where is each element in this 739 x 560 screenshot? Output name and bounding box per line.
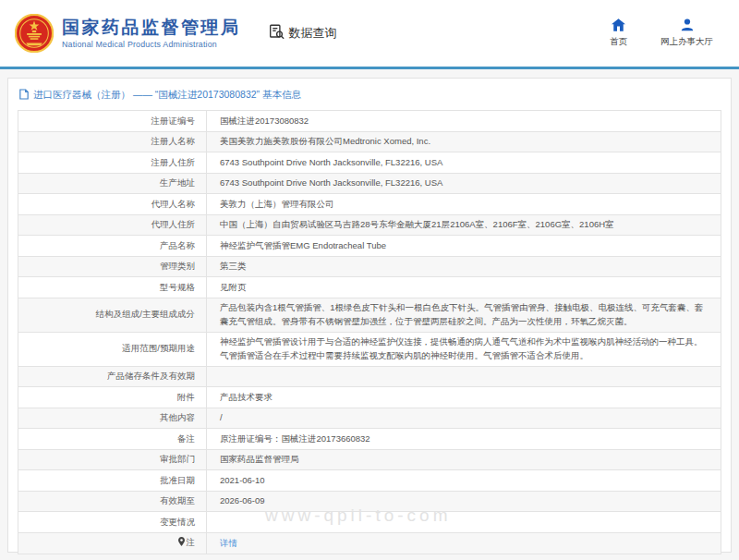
table-row: 注册证编号国械注进20173080832 [18, 111, 721, 132]
breadcrumb: 进口医疗器械（注册） —— “国械注进20173080832” 基本信息 [18, 84, 721, 110]
field-value: 第三类 [207, 256, 721, 277]
table-row: 生产地址6743 Southpoint Drive North Jacksonv… [18, 173, 721, 194]
field-value: 神经监护气管插管设计用于与合适的神经监护仪连接，提供畅通的病人通气气道和作为术中… [207, 332, 721, 366]
field-value: 2021-06-10 [207, 470, 721, 492]
table-row: 其他内容/ [18, 408, 721, 429]
field-label: 注 [18, 532, 207, 554]
field-value: 详情 [207, 532, 721, 554]
details-link[interactable]: 详情 [220, 538, 237, 548]
table-row: 有效期至2026-06-09 [18, 491, 721, 512]
field-label-text: 注 [187, 537, 196, 547]
field-value: 美敦力（上海）管理有限公司 [207, 194, 721, 215]
table-row: 变更情况 [18, 512, 721, 533]
nav-data-query-label: 数据查询 [289, 25, 337, 42]
national-emblem-icon [15, 14, 54, 53]
field-value: 2026-06-09 [207, 491, 721, 512]
nav-home[interactable]: 首页 [610, 18, 627, 48]
table-row: 适用范围/预期用途神经监护气管插管设计用于与合适的神经监护仪连接，提供畅通的病人… [18, 332, 721, 366]
table-row: 代理人住所中国（上海）自由贸易试验区马吉路28号东华金融大厦21层2106A室、… [18, 214, 721, 236]
home-icon [612, 18, 625, 33]
page-background: 进口医疗器械（注册） —— “国械注进20173080832” 基本信息 注册证… [0, 69, 739, 560]
table-row: 产品储存条件及有效期 [18, 366, 721, 387]
field-label: 产品储存条件及有效期 [18, 366, 207, 387]
info-table-body: 注册证编号国械注进20173080832注册人名称美国美敦力施美敦股份有限公司M… [18, 111, 721, 554]
field-value: / [207, 408, 721, 429]
table-row: 注册人住所6743 Southpoint Drive North Jackson… [18, 152, 721, 174]
field-label: 其他内容 [18, 408, 207, 429]
nav-home-label: 首页 [610, 36, 627, 48]
field-label: 备注 [18, 429, 207, 450]
field-label: 变更情况 [18, 512, 207, 533]
field-value [207, 512, 721, 533]
field-label: 结构及组成/主要组成成分 [18, 298, 207, 332]
nav-data-query[interactable]: 数据查询 [269, 24, 337, 43]
field-label: 管理类别 [18, 256, 207, 277]
table-row: 注册人名称美国美敦力施美敦股份有限公司Medtronic Xomed, Inc. [18, 131, 721, 152]
field-value: 原注册证编号：国械注进20173660832 [207, 429, 721, 450]
field-label: 产品名称 [18, 236, 207, 257]
field-value: 6743 Southpoint Drive North Jacksonville… [207, 173, 721, 194]
table-row: 结构及组成/主要组成成分产品包装内含1根气管插管、1根绿色皮下针头和一根白色皮下… [18, 298, 721, 332]
person-icon [681, 18, 694, 33]
brand: 国家药品监督管理局 National Medical Products Admi… [15, 14, 241, 53]
field-label: 批准日期 [18, 470, 207, 492]
site-title: 国家药品监督管理局 [62, 18, 241, 38]
field-label: 生产地址 [18, 173, 207, 194]
table-row: 附件产品技术要求 [18, 387, 721, 408]
field-label: 型号规格 [18, 277, 207, 298]
table-row: 注详情 [18, 532, 721, 554]
table-row: 代理人名称美敦力（上海）管理有限公司 [18, 194, 721, 215]
field-label: 注册人名称 [18, 131, 207, 152]
table-row: 管理类别第三类 [18, 256, 721, 277]
document-search-icon [269, 24, 285, 43]
field-label: 代理人名称 [18, 194, 207, 215]
field-value: 产品包装内含1根气管插管、1根绿色皮下针头和一根白色皮下针头。气管插管由管身、接… [207, 298, 721, 332]
field-value: 国家药品监督管理局 [207, 449, 721, 470]
field-label: 附件 [18, 387, 207, 408]
field-value: 见附页 [207, 277, 721, 298]
field-label: 审批部门 [18, 449, 207, 470]
pin-icon [178, 537, 185, 551]
site-header: 国家药品监督管理局 National Medical Products Admi… [0, 0, 739, 67]
table-row: 审批部门国家药品监督管理局 [18, 449, 721, 470]
field-value: 6743 Southpoint Drive North Jacksonville… [207, 152, 721, 174]
field-label: 适用范围/预期用途 [18, 332, 207, 366]
field-label: 有效期至 [18, 491, 207, 512]
info-table: 注册证编号国械注进20173080832注册人名称美国美敦力施美敦股份有限公司M… [18, 110, 721, 554]
table-row: 产品名称神经监护气管插管EMG Endotracheal Tube [18, 236, 721, 257]
field-value: 神经监护气管插管EMG Endotracheal Tube [207, 236, 721, 257]
field-value: 产品技术要求 [207, 387, 721, 408]
document-icon [19, 89, 29, 102]
site-subtitle: National Medical Products Administration [62, 40, 241, 49]
field-label: 注册证编号 [18, 111, 207, 132]
nav-service-hall-label: 网上办事大厅 [660, 36, 713, 48]
field-value: 美国美敦力施美敦股份有限公司Medtronic Xomed, Inc. [207, 131, 721, 152]
table-row: 备注原注册证编号：国械注进20173660832 [18, 429, 721, 450]
field-value [207, 366, 721, 387]
field-label: 代理人住所 [18, 214, 207, 236]
table-row: 型号规格见附页 [18, 277, 721, 298]
nav-service-hall[interactable]: 网上办事大厅 [660, 18, 713, 48]
table-row: 批准日期2021-06-10 [18, 470, 721, 492]
field-value: 中国（上海）自由贸易试验区马吉路28号东华金融大厦21层2106A室、2106F… [207, 214, 721, 236]
field-value: 国械注进20173080832 [207, 111, 721, 132]
content-container: 进口医疗器械（注册） —— “国械注进20173080832” 基本信息 注册证… [7, 78, 732, 553]
breadcrumb-text: 进口医疗器械（注册） —— “国械注进20173080832” 基本信息 [33, 89, 301, 102]
field-label: 注册人住所 [18, 152, 207, 174]
